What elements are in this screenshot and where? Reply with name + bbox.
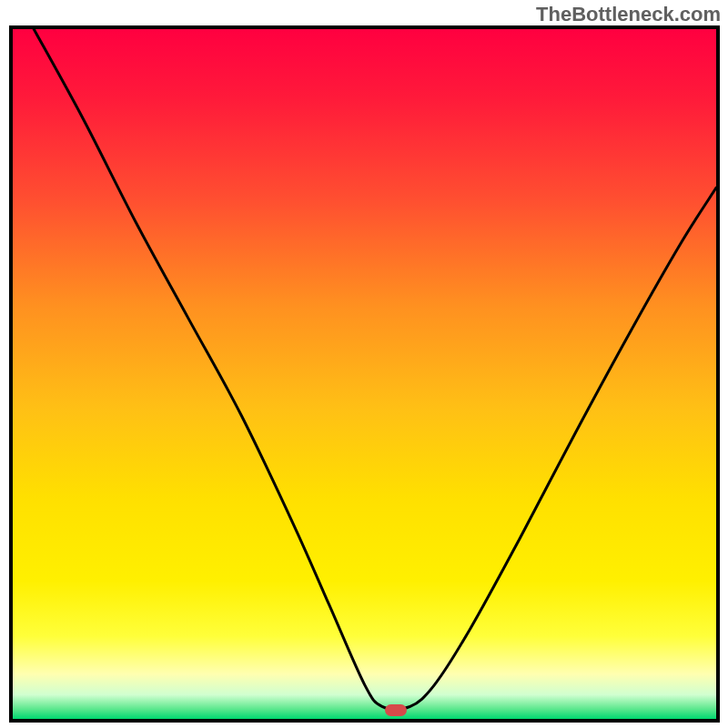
chart-container: TheBottleneck.com — [0, 0, 728, 728]
curve-layer — [13, 29, 716, 719]
attribution-label: TheBottleneck.com — [536, 3, 721, 26]
bottleneck-curve-path — [34, 29, 716, 709]
optimal-point-marker — [385, 704, 407, 716]
